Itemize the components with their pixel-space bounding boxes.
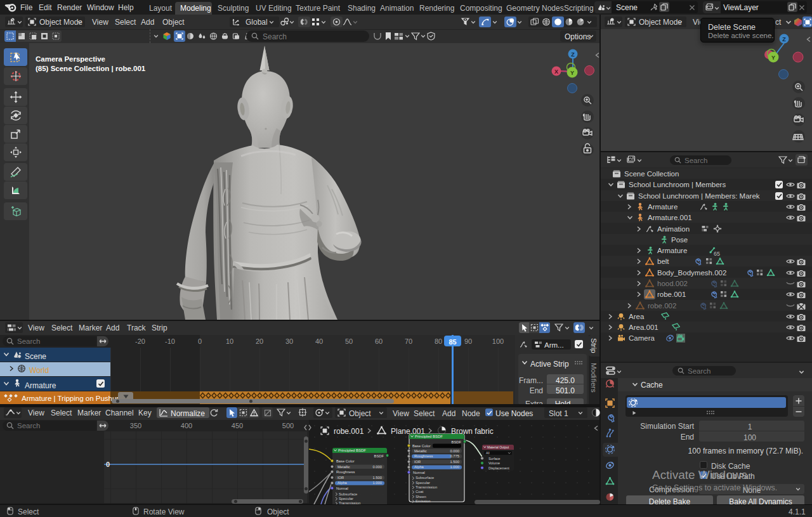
svg-text:Normal: Normal	[336, 487, 348, 490]
svg-text:Y: Y	[570, 70, 574, 76]
svg-text:Normal: Normal	[413, 471, 425, 474]
svg-text:Specular: Specular	[339, 497, 353, 501]
svg-text:Transmission: Transmission	[416, 485, 437, 489]
svg-text:Transmission: Transmission	[339, 501, 360, 504]
svg-text:Y: Y	[771, 55, 775, 61]
svg-text:Roughness: Roughness	[414, 454, 433, 458]
svg-text:Z: Z	[782, 36, 786, 43]
svg-text:Sheen: Sheen	[416, 495, 426, 499]
svg-text:0.000: 0.000	[372, 465, 382, 469]
svg-text:IOR: IOR	[414, 460, 421, 464]
svg-text:Volume: Volume	[488, 461, 500, 465]
svg-text:BSDF: BSDF	[374, 454, 384, 458]
svg-text:0.000: 0.000	[450, 449, 459, 453]
svg-text:Material Output: Material Output	[487, 445, 509, 449]
svg-text:X: X	[554, 69, 558, 75]
svg-text:0.775: 0.775	[450, 454, 459, 458]
svg-text:Principled BSDF: Principled BSDF	[415, 435, 443, 438]
svg-text:Subsurface: Subsurface	[416, 476, 434, 480]
svg-text:Metallic: Metallic	[414, 449, 427, 453]
svg-text:Specular: Specular	[416, 481, 430, 485]
svg-text:1.000: 1.000	[372, 481, 382, 485]
svg-text:Subsurface: Subsurface	[339, 492, 357, 496]
svg-text:All: All	[486, 451, 490, 455]
svg-text:Surface: Surface	[488, 457, 501, 461]
svg-text:Alpha: Alpha	[414, 465, 424, 469]
svg-text:Principled BSDF: Principled BSDF	[338, 448, 366, 452]
svg-text:BSDF: BSDF	[452, 440, 462, 444]
svg-text:IOR: IOR	[337, 476, 344, 480]
svg-text:Z: Z	[571, 51, 575, 58]
svg-text:Roughness: Roughness	[336, 470, 355, 474]
svg-text:1.000: 1.000	[450, 465, 459, 469]
svg-text:1.500: 1.500	[450, 460, 459, 464]
svg-text:Coat: Coat	[416, 490, 424, 494]
svg-text:Base Color: Base Color	[336, 459, 355, 463]
svg-text:Displacement: Displacement	[488, 466, 509, 470]
svg-text:Base Color: Base Color	[412, 444, 431, 448]
svg-text:Emission: Emission	[416, 499, 431, 503]
svg-text:Alpha: Alpha	[337, 481, 348, 485]
svg-text:Metallic: Metallic	[337, 465, 350, 469]
svg-text:1.500: 1.500	[372, 476, 382, 480]
